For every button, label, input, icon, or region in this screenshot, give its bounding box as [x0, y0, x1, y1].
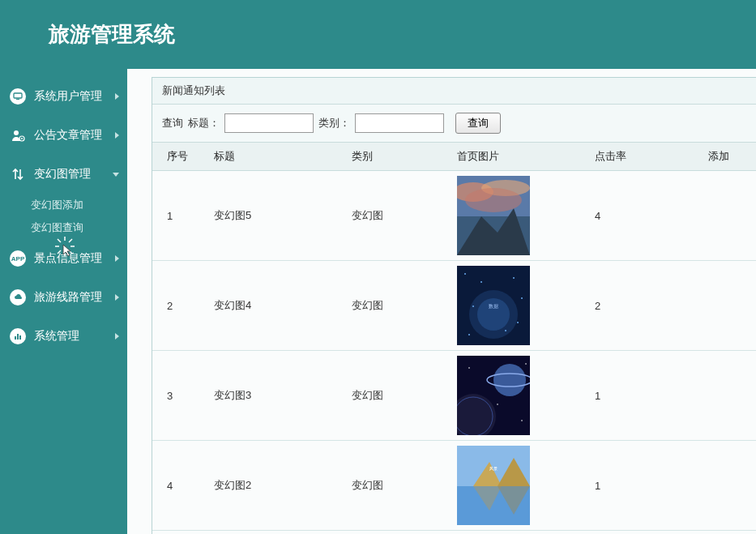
- thumbnail-image[interactable]: 风景: [457, 446, 530, 525]
- cell-category: 变幻图: [347, 351, 452, 441]
- table-row: 2变幻图4变幻图数据2: [152, 261, 756, 351]
- cell-add: [703, 261, 756, 351]
- cell-clicks: 2: [590, 261, 703, 351]
- chart-icon: [10, 328, 26, 344]
- svg-point-24: [517, 322, 519, 323]
- filter-label-title: 标题：: [188, 116, 220, 130]
- cell-title: 变幻图2: [209, 441, 347, 531]
- table-row: 3变幻图3变幻图1: [152, 351, 756, 441]
- chevron-right-icon: [115, 333, 119, 340]
- chevron-right-icon: [115, 255, 119, 262]
- svg-point-4: [21, 138, 23, 139]
- cell-add: [703, 171, 756, 261]
- panel-title: 新闻通知列表: [152, 78, 756, 105]
- filter-category-input[interactable]: [355, 113, 444, 133]
- svg-point-16: [477, 298, 510, 331]
- cell-seq: 2: [152, 261, 209, 351]
- chevron-right-icon: [115, 93, 119, 100]
- chevron-right-icon: [115, 294, 119, 301]
- svg-text:数据: 数据: [489, 304, 498, 309]
- main-panel: 新闻通知列表 查询 标题： 类别： 查询 序号 标题 类别 首页图片 点击率: [152, 77, 756, 534]
- cell-clicks: 4: [590, 171, 703, 261]
- sidebar-item-route-mgmt[interactable]: 旅游线路管理: [0, 278, 127, 317]
- query-button[interactable]: 查询: [455, 113, 501, 134]
- cell-image: [452, 351, 590, 441]
- sidebar-item-label: 变幻图管理: [34, 167, 113, 182]
- app-title: 旅游管理系统: [49, 20, 175, 49]
- svg-point-34: [525, 363, 527, 365]
- sidebar-item-label: 景点信息管理: [34, 251, 115, 266]
- data-table: 序号 标题 类别 首页图片 点击率 添加 1变幻图5变幻图42变幻图4变幻图数据…: [152, 143, 756, 534]
- cell-image: [452, 531, 590, 535]
- svg-point-29: [493, 364, 526, 396]
- sidebar-subitems: 变幻图添加 变幻图查询: [0, 194, 127, 239]
- sidebar-item-spot-mgmt[interactable]: APP 景点信息管理: [0, 239, 127, 278]
- cell-category: 变幻图: [347, 261, 452, 351]
- sidebar-item-label: 系统管理: [34, 329, 115, 344]
- sidebar-subitem-add[interactable]: 变幻图添加: [31, 194, 127, 216]
- svg-rect-5: [15, 336, 16, 340]
- svg-text:风景: 风景: [489, 466, 498, 471]
- svg-point-23: [468, 334, 470, 335]
- cell-title: 变幻图5: [209, 171, 347, 261]
- user-gear-icon: [10, 127, 26, 143]
- cloud-icon: [10, 289, 26, 305]
- cell-title: 变幻图4: [209, 261, 347, 351]
- cell-category: 变幻图: [347, 531, 452, 535]
- filter-label-query: 查询: [162, 116, 183, 130]
- chevron-down-icon: [113, 173, 119, 177]
- svg-point-19: [513, 277, 515, 279]
- monitor-icon: [10, 88, 26, 105]
- col-seq: 序号: [152, 143, 209, 171]
- svg-point-31: [468, 367, 470, 369]
- filter-label-category: 类别：: [318, 116, 350, 130]
- thumbnail-image[interactable]: [457, 176, 530, 255]
- sidebar-item-label: 系统用户管理: [34, 89, 115, 104]
- col-title: 标题: [209, 143, 347, 171]
- chevron-right-icon: [115, 132, 119, 139]
- cell-add: [703, 351, 756, 441]
- svg-point-18: [481, 281, 482, 283]
- transform-icon: [10, 166, 26, 182]
- col-clicks: 点击率: [590, 143, 703, 171]
- cell-add: [703, 441, 756, 531]
- sidebar-item-article-mgmt[interactable]: 公告文章管理: [0, 116, 127, 155]
- sidebar-item-label: 旅游线路管理: [34, 290, 115, 305]
- app-icon: APP: [10, 250, 26, 267]
- svg-rect-1: [16, 99, 19, 100]
- thumbnail-image[interactable]: 数据: [457, 266, 530, 345]
- cell-seq: 5: [152, 531, 209, 535]
- cell-clicks: 1: [590, 441, 703, 531]
- table-row: 4变幻图2变幻图风景1: [152, 441, 756, 531]
- svg-point-21: [472, 305, 474, 307]
- cell-image: 数据: [452, 261, 590, 351]
- svg-point-2: [14, 130, 19, 135]
- app-header: 旅游管理系统: [0, 0, 756, 69]
- sidebar-subitem-query[interactable]: 变幻图查询: [31, 216, 127, 239]
- svg-point-22: [505, 330, 506, 331]
- sidebar-item-system-mgmt[interactable]: 系统管理: [0, 317, 127, 356]
- cell-title: 变幻图1: [209, 531, 347, 535]
- sidebar-item-user-mgmt[interactable]: 系统用户管理: [0, 77, 127, 116]
- cell-image: [452, 171, 590, 261]
- cell-title: 变幻图3: [209, 351, 347, 441]
- svg-point-13: [465, 188, 522, 212]
- cell-category: 变幻图: [347, 171, 452, 261]
- sidebar-item-label: 公告文章管理: [34, 128, 115, 143]
- svg-rect-7: [19, 335, 21, 340]
- cell-category: 变幻图: [347, 441, 452, 531]
- svg-point-17: [464, 273, 466, 275]
- col-category: 类别: [347, 143, 452, 171]
- thumbnail-image[interactable]: [457, 356, 530, 435]
- cell-seq: 3: [152, 351, 209, 441]
- table-header-row: 序号 标题 类别 首页图片 点击率 添加: [152, 143, 756, 171]
- filter-title-input[interactable]: [224, 113, 314, 133]
- cell-clicks: [590, 531, 703, 535]
- filter-bar: 查询 标题： 类别： 查询: [152, 105, 756, 143]
- svg-point-20: [521, 297, 523, 299]
- table-row: 1变幻图5变幻图4: [152, 171, 756, 261]
- cell-image: 风景: [452, 441, 590, 531]
- cell-seq: 4: [152, 441, 209, 531]
- sidebar-item-slideshow-mgmt[interactable]: 变幻图管理: [0, 155, 127, 194]
- cell-add: [703, 531, 756, 535]
